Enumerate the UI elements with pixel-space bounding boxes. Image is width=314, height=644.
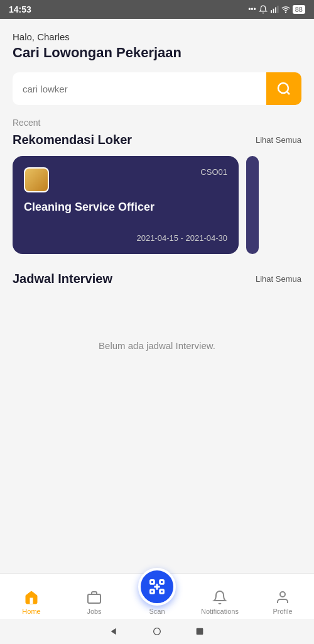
bottom-nav: Home Jobs: [0, 573, 314, 644]
rekomendasi-see-all[interactable]: Lihat Semua: [256, 135, 301, 145]
android-home[interactable]: [151, 626, 163, 637]
search-icon: [276, 81, 291, 96]
svg-rect-12: [151, 590, 154, 594]
svg-rect-11: [160, 580, 164, 584]
scan-label: Scan: [149, 608, 165, 615]
home-icon: [23, 589, 40, 606]
rekomendasi-header: Rekomendasi Loker Lihat Semua: [13, 133, 301, 147]
empty-text: Belum ada jadwal Interview.: [99, 340, 215, 351]
nav-item-jobs[interactable]: Jobs: [63, 589, 126, 615]
android-nav: [0, 619, 314, 644]
home-label: Home: [22, 608, 40, 615]
nav-bar: Home Jobs: [0, 574, 314, 619]
company-logo: [24, 167, 49, 192]
interview-section: Jadwal Interview Lihat Semua Belum ada j…: [13, 272, 301, 396]
status-time: 14:53: [9, 4, 31, 14]
android-back[interactable]: [109, 626, 120, 637]
job-cards-wrapper: CSO01 Cleaning Service Officer 2021-04-1…: [13, 156, 301, 259]
svg-rect-8: [88, 594, 100, 603]
jobs-icon: [86, 589, 102, 606]
notifications-label: Notifications: [201, 608, 239, 615]
interview-header: Jadwal Interview Lihat Semua: [13, 272, 301, 286]
svg-rect-4: [277, 6, 278, 13]
svg-rect-1: [271, 10, 272, 13]
greeting-text: Halo, Charles: [13, 31, 301, 42]
job-date-range: 2021-04-15 - 2021-04-30: [24, 233, 227, 243]
logo-inner: [25, 169, 48, 191]
scan-fab: [138, 568, 176, 606]
recent-label: Recent: [13, 118, 301, 128]
bell-icon: [259, 5, 268, 14]
jobs-label: Jobs: [87, 608, 101, 615]
interview-see-all[interactable]: Lihat Semua: [256, 274, 301, 284]
svg-rect-13: [160, 590, 164, 594]
job-card[interactable]: CSO01 Cleaning Service Officer 2021-04-1…: [13, 156, 239, 254]
profile-icon: [274, 589, 291, 606]
interview-title: Jadwal Interview: [13, 272, 112, 286]
signal-icon: [270, 5, 279, 14]
wifi-icon: [281, 5, 290, 14]
battery-icon: 88: [293, 5, 305, 14]
job-code: CSO01: [200, 167, 227, 177]
nav-item-notifications[interactable]: Notifications: [188, 589, 251, 615]
status-icons: ••• 88: [248, 5, 305, 14]
status-bar: 14:53 ••• 88: [0, 0, 314, 19]
search-input[interactable]: [13, 72, 266, 105]
nav-item-home[interactable]: Home: [0, 589, 63, 615]
svg-point-18: [154, 628, 161, 635]
svg-rect-3: [275, 8, 276, 13]
svg-marker-17: [111, 628, 116, 635]
search-bar: [13, 72, 301, 105]
main-content: Halo, Charles Cari Lowongan Pekerjaan Re…: [0, 19, 314, 569]
svg-point-16: [280, 592, 285, 597]
signal-dots: •••: [248, 5, 256, 14]
svg-point-6: [278, 83, 288, 93]
svg-line-7: [287, 92, 290, 94]
profile-label: Profile: [273, 608, 292, 615]
svg-rect-19: [197, 628, 203, 635]
rekomendasi-title: Rekomendasi Loker: [13, 133, 132, 147]
job-title: Cleaning Service Officer: [24, 200, 227, 214]
search-button[interactable]: [266, 72, 301, 105]
interview-empty: Belum ada jadwal Interview.: [13, 295, 301, 396]
notifications-icon: [212, 589, 228, 606]
svg-rect-10: [151, 580, 154, 584]
job-card-peek: [246, 156, 259, 254]
nav-item-profile[interactable]: Profile: [251, 589, 314, 615]
android-recents[interactable]: [194, 626, 205, 637]
page-title: Cari Lowongan Pekerjaan: [13, 45, 301, 61]
svg-rect-2: [273, 9, 274, 13]
nav-item-scan[interactable]: Scan: [126, 568, 188, 615]
svg-point-5: [285, 12, 286, 13]
scan-icon: [148, 578, 166, 596]
